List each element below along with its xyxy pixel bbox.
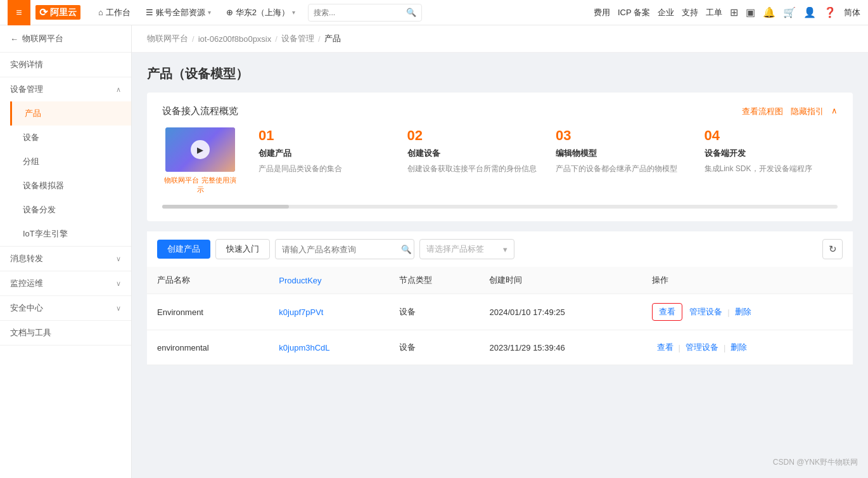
row0-created: 2024/01/10 17:49:25: [479, 294, 641, 330]
hide-guide-link[interactable]: 隐藏指引: [791, 106, 824, 117]
nav-region[interactable]: ⊕ 华东2（上海） ▾: [219, 0, 303, 25]
step-num-1: 02: [407, 127, 541, 144]
sidebar-item-monitor[interactable]: 监控运维 ∨: [0, 271, 131, 295]
tag-select[interactable]: 请选择产品标签 ▾: [419, 239, 514, 259]
row1-manage-button[interactable]: 管理设备: [680, 339, 724, 356]
sep-2: /: [318, 34, 321, 44]
bell-icon[interactable]: 🔔: [763, 6, 775, 18]
sidebar-back[interactable]: ← 物联网平台: [0, 25, 131, 53]
col-created: 创建时间: [479, 267, 641, 294]
step-title-3: 设备端开发: [705, 148, 838, 159]
breadcrumb-current: 产品: [324, 33, 341, 44]
row1-view-button[interactable]: 查看: [652, 339, 679, 356]
logo-icon: ⟳: [39, 6, 48, 18]
create-product-button[interactable]: 创建产品: [157, 240, 210, 259]
nav-workbench[interactable]: ⌂ 工作台: [91, 0, 138, 25]
hide-arrow-icon[interactable]: ∧: [831, 106, 838, 117]
breadcrumb: 物联网平台 / iot-06z00f8bo0pxsix / 设备管理 / 产品: [132, 25, 868, 53]
products-table: 产品名称 ProductKey 节点类型 创建时间 操作 Environment…: [147, 267, 853, 365]
sidebar-item-security[interactable]: 安全中心 ∨: [0, 296, 131, 320]
sidebar-item-message[interactable]: 消息转发 ∨: [0, 247, 131, 271]
nav-fees[interactable]: 费用: [594, 7, 610, 18]
sidebar-item-dispatch[interactable]: 设备分发: [10, 198, 131, 222]
breadcrumb-item-0[interactable]: 物联网平台: [147, 33, 188, 44]
sidebar-group-docs: 文档与工具: [0, 321, 131, 346]
sidebar-item-instance[interactable]: 实例详情: [0, 53, 131, 77]
table-section: 创建产品 快速入门 🔍 请选择产品标签 ▾ ↻: [147, 231, 853, 365]
quick-entry-button[interactable]: 快速入门: [215, 239, 270, 259]
table-scroll-area: 产品名称 ProductKey 节点类型 创建时间 操作 Environment…: [147, 267, 853, 365]
region-arrow-icon: ▾: [292, 9, 295, 16]
user-icon[interactable]: 👤: [803, 6, 816, 18]
sidebar-item-products[interactable]: 产品: [10, 101, 131, 126]
breadcrumb-item-2[interactable]: 设备管理: [281, 33, 314, 44]
search-input[interactable]: [309, 8, 401, 17]
sidebar-group-msg: 消息转发 ∨: [0, 247, 131, 271]
product-search-input[interactable]: [276, 245, 395, 254]
cart-icon[interactable]: 🛒: [783, 6, 796, 18]
product-search-icon[interactable]: 🔍: [395, 245, 414, 254]
row1-delete-button[interactable]: 删除: [725, 339, 752, 356]
toolbar-icon-2[interactable]: ▣: [746, 6, 755, 18]
nav-support[interactable]: 支持: [682, 7, 698, 18]
page-title: 产品（设备模型）: [147, 65, 853, 82]
step-desc-3: 集成Link SDK，开发设备端程序: [705, 163, 838, 174]
guide-header: 设备接入流程概览 查看流程图 隐藏指引 ∧: [162, 105, 838, 117]
tag-select-arrow-icon: ▾: [503, 245, 507, 254]
sidebar-item-simulator[interactable]: 设备模拟器: [10, 174, 131, 198]
step-num-3: 04: [705, 127, 838, 144]
menu-icon[interactable]: ≡: [8, 0, 30, 25]
video-play-icon[interactable]: ▶: [191, 140, 210, 159]
guide-steps-list: 01 创建产品 产品是同品类设备的集合 02 创建设备 创建设备获取连接平台所需…: [258, 127, 838, 174]
security-expand-icon: ∨: [116, 304, 121, 313]
sidebar-sub-device: 产品 设备 分组 设备模拟器 设备分发 IoT孪生引擎: [0, 101, 131, 246]
sidebar-item-docs[interactable]: 文档与工具: [0, 321, 131, 345]
step-num-0: 01: [258, 127, 392, 144]
nav-account[interactable]: ☰ 账号全部资源 ▾: [138, 0, 219, 25]
col-node-type: 节点类型: [389, 267, 479, 294]
toolbar: 创建产品 快速入门 🔍 请选择产品标签 ▾ ↻: [147, 231, 853, 267]
nav-workorder[interactable]: 工单: [706, 7, 722, 18]
guide-title: 设备接入流程概览: [162, 105, 238, 117]
back-arrow-icon: ←: [10, 34, 18, 44]
row1-product-key[interactable]: k0jupm3hCdL: [269, 330, 389, 365]
nav-enterprise[interactable]: 企业: [658, 7, 674, 18]
top-search[interactable]: 🔍: [308, 4, 422, 22]
sidebar-group-device-mgmt: 设备管理 ∧ 产品 设备 分组 设备模拟器 设备分发: [0, 77, 131, 247]
row0-name: Environment: [147, 294, 269, 330]
refresh-button[interactable]: ↻: [822, 239, 843, 259]
sidebar-group-monitor: 监控运维 ∨: [0, 271, 131, 296]
row1-created: 2023/11/29 15:39:46: [479, 330, 641, 365]
region-icon: ⊕: [226, 8, 233, 17]
step-desc-2: 产品下的设备都会继承产品的物模型: [556, 163, 689, 174]
sidebar-item-devices[interactable]: 设备: [10, 126, 131, 150]
toolbar-icon-1[interactable]: ⊞: [730, 6, 738, 18]
top-nav: ≡ ⟳ 阿里云 ⌂ 工作台 ☰ 账号全部资源 ▾ ⊕ 华东2（上海） ▾ 🔍 费…: [0, 0, 868, 25]
guide-scroll-thumb[interactable]: [162, 205, 289, 209]
row0-manage-button[interactable]: 管理设备: [684, 304, 727, 320]
row0-node-type: 设备: [389, 294, 479, 330]
account-icon: ☰: [146, 8, 153, 17]
help-icon[interactable]: ❓: [824, 6, 836, 18]
product-search[interactable]: 🔍: [275, 239, 414, 259]
row0-product-key[interactable]: k0jupf7pPVt: [269, 294, 389, 330]
sidebar-collapse-toggle[interactable]: ‹: [131, 239, 132, 264]
row0-delete-button[interactable]: 删除: [730, 304, 756, 320]
sidebar-item-twin[interactable]: IoT孪生引擎: [10, 222, 131, 246]
view-flowchart-link[interactable]: 查看流程图: [742, 106, 783, 117]
sep-1: /: [275, 34, 278, 44]
nav-icp[interactable]: ICP 备案: [618, 7, 650, 18]
breadcrumb-item-1[interactable]: iot-06z00f8bo0pxsix: [198, 34, 272, 44]
guide-step-0: 01 创建产品 产品是同品类设备的集合: [258, 127, 392, 174]
sidebar-item-device-mgmt[interactable]: 设备管理 ∧: [0, 77, 131, 101]
row1-name: environmental: [147, 330, 269, 365]
table-row: environmental k0jupm3hCdL 设备 2023/11/29 …: [147, 330, 853, 365]
page-body: 产品（设备模型） 设备接入流程概览 查看流程图 隐藏指引 ∧: [132, 53, 868, 378]
step-desc-0: 产品是同品类设备的集合: [258, 163, 392, 174]
video-caption: 物联网平台 完整使用演示: [162, 176, 238, 195]
table-header: 产品名称 ProductKey 节点类型 创建时间 操作: [147, 267, 853, 294]
video-thumb[interactable]: ▶: [165, 127, 235, 172]
nav-lang[interactable]: 简体: [844, 7, 860, 18]
sidebar-item-groups[interactable]: 分组: [10, 150, 131, 174]
row0-view-button[interactable]: 查看: [652, 303, 682, 321]
